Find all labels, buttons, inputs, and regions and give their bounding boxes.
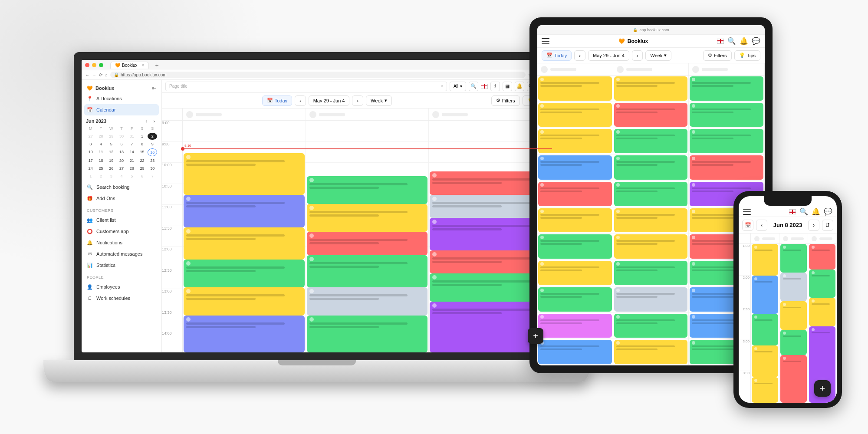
next-button[interactable]: › [574,50,585,61]
mini-calendar-day[interactable]: 24 [86,165,95,172]
mini-calendar-day[interactable]: 26 [106,165,116,172]
share-icon[interactable]: ⤴ [490,82,500,91]
sidebar-item-automated-messages[interactable]: ✉Automated messages [82,248,161,260]
mini-calendar-day[interactable]: 3 [106,173,116,180]
booking-event[interactable] [690,103,763,127]
booking-event[interactable] [752,244,778,276]
mini-calendar-day[interactable]: 11 [96,148,106,156]
language-flag-icon[interactable] [789,209,796,214]
booking-event[interactable] [538,287,612,312]
chat-icon[interactable]: 💬 [752,37,760,45]
booking-event[interactable] [307,255,428,288]
mini-calendar-day[interactable]: 28 [96,133,106,140]
calendar-icon-button[interactable]: 📅 [742,220,753,231]
sidebar-item-search-booking[interactable]: 🔍Search booking [82,181,161,193]
mini-calendar-day[interactable]: 4 [96,141,106,148]
sidebar-item-all-locations[interactable]: 📍All locations [82,93,161,104]
calendar-cell[interactable] [689,76,765,102]
calendar-column[interactable] [183,121,306,352]
mini-calendar-day[interactable]: 29 [138,165,147,172]
mini-calendar-day[interactable]: 9 [148,141,157,148]
filters-button[interactable]: ⚙ Filters [703,50,732,61]
date-range-button[interactable]: May 29 - Jun 4 [588,50,629,61]
booking-event[interactable] [538,155,612,180]
resource-column-header[interactable] [779,233,808,243]
mini-calendar-day[interactable]: 6 [117,141,126,148]
sidebar-item-add-ons[interactable]: 🎁Add-Ons [82,193,161,204]
booking-event[interactable] [752,377,778,403]
calendar-cell[interactable] [537,181,613,207]
calendar-cell[interactable] [613,102,689,128]
calendar-cell[interactable] [537,207,613,233]
add-booking-fab[interactable]: + [528,328,543,344]
mini-calendar-day[interactable]: 17 [86,157,95,164]
mini-calendar-day[interactable]: 7 [127,141,137,148]
resource-column-header[interactable] [183,108,306,120]
sidebar-item-statistics[interactable]: 📊Statistics [82,260,161,271]
calendar-cell[interactable] [613,76,689,102]
close-tab-icon[interactable]: × [142,63,145,68]
booking-event[interactable] [614,314,688,338]
mini-calendar-day[interactable]: 19 [106,157,116,164]
booking-event[interactable] [752,276,778,314]
collapse-sidebar-icon[interactable]: ⇤ [152,85,156,91]
filter-all-select[interactable]: All▾ [450,82,466,91]
search-icon[interactable]: 🔍 [799,207,808,216]
booking-event[interactable] [780,301,807,330]
mini-calendar-day[interactable]: 2 [96,173,106,180]
maximize-window-icon[interactable] [99,63,103,67]
booking-event[interactable] [690,155,763,180]
booking-event[interactable] [614,208,688,233]
resource-column-header[interactable] [808,233,837,243]
mini-calendar-day[interactable]: 1 [138,133,147,140]
calendar-cell[interactable] [613,207,689,233]
prev-button[interactable]: ‹ [756,220,767,231]
booking-event[interactable] [780,244,807,273]
booking-event[interactable] [614,182,688,206]
view-select[interactable]: Week▾ [366,95,392,106]
booking-event[interactable] [307,287,428,315]
booking-event[interactable] [538,340,612,364]
booking-event[interactable] [614,129,688,153]
booking-event[interactable] [538,182,612,206]
mini-calendar-day[interactable]: 6 [138,173,147,180]
booking-event[interactable] [752,345,778,377]
mini-calendar-day[interactable]: 4 [117,173,126,180]
mini-calendar-day[interactable]: 7 [148,173,157,180]
sidebar-item-work-schedules[interactable]: 🗓Work schedules [82,293,161,304]
mini-calendar-day[interactable]: 27 [117,165,126,172]
view-select[interactable]: Week▾ [645,50,671,61]
booking-event[interactable] [614,103,688,127]
mini-calendar-day[interactable]: 1 [86,173,95,180]
booking-event[interactable] [307,316,428,352]
mini-calendar-day[interactable]: 12 [106,148,116,156]
mini-calendar-day[interactable]: 15 [138,148,147,156]
clear-search-icon[interactable]: × [441,84,443,89]
mini-calendar-day[interactable]: 16 [148,148,157,156]
booking-event[interactable] [538,103,612,127]
calendar-cell[interactable] [613,155,689,181]
calendar-cell[interactable] [613,339,689,365]
chat-icon[interactable]: 💬 [824,207,832,216]
bell-icon[interactable]: 🔔 [812,207,820,216]
calendar-cell[interactable] [613,260,689,286]
search-input[interactable]: Page title × [165,82,447,91]
mini-calendar-day[interactable]: 5 [127,173,137,180]
resource-column-header[interactable] [537,63,613,75]
calendar-cell[interactable] [537,260,613,286]
calendar-cell[interactable] [537,128,613,154]
new-tab-icon[interactable]: + [155,62,158,69]
calendar-cell[interactable] [689,102,765,128]
booking-event[interactable] [184,316,305,352]
reload-icon[interactable]: ⟳ [99,72,102,77]
minimize-window-icon[interactable] [92,63,96,67]
mini-calendar-day[interactable]: 18 [96,157,106,164]
booking-event[interactable] [809,270,835,298]
calendar-cell[interactable] [537,155,613,181]
sidebar-item-calendar[interactable]: 📅Calendar [84,104,159,115]
grid-icon[interactable]: ▦ [503,82,512,91]
mini-calendar-day[interactable]: 22 [138,157,147,164]
mini-calendar-month[interactable]: Jun 2023 [86,118,106,124]
mini-calendar-day[interactable]: 5 [106,141,116,148]
booking-event[interactable] [614,155,688,180]
